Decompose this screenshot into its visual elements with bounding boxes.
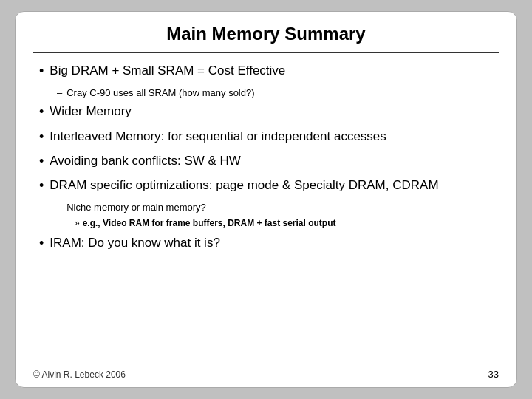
bullet-item: • Wider Memory — [39, 103, 493, 121]
footer-copyright: © Alvin R. Lebeck 2006 — [33, 369, 126, 380]
slide-title: Main Memory Summary — [33, 24, 499, 44]
bullet-dot: • — [39, 234, 44, 253]
bullet-text: Big DRAM + Small SRAM = Cost Effective — [50, 62, 285, 80]
bullet-item: • Interleaved Memory: for sequential or … — [39, 128, 493, 146]
sub-text: Cray C-90 uses all SRAM (how many sold?) — [66, 86, 254, 100]
slide-header: Main Memory Summary — [16, 12, 516, 52]
sub-item: – Cray C-90 uses all SRAM (how many sold… — [57, 86, 493, 100]
bullet-dot: • — [39, 152, 44, 171]
bullet-dot: • — [39, 177, 44, 195]
bullet-text: DRAM specific optimizations: page mode &… — [50, 177, 438, 194]
footer-page-number: 33 — [488, 369, 499, 380]
sub-dash-icon: – — [57, 201, 62, 214]
bullet-dot: • — [39, 62, 44, 81]
sub-text: Niche memory or main memory? — [66, 201, 206, 214]
bullet-text: Interleaved Memory: for sequential or in… — [50, 128, 386, 146]
bullet-text: IRAM: Do you know what it is? — [50, 234, 220, 252]
arrow-icon: » — [75, 217, 80, 230]
bullet-item: • IRAM: Do you know what it is? — [39, 234, 493, 253]
content-area: • Big DRAM + Small SRAM = Cost Effective… — [39, 62, 493, 358]
slide-footer: © Alvin R. Lebeck 2006 33 — [16, 364, 516, 387]
bullet-dot: • — [39, 128, 44, 146]
sub-item: – Niche memory or main memory? — [57, 201, 493, 214]
bullet-text: Avoiding bank conflicts: SW & HW — [50, 152, 241, 170]
bullet-text: Wider Memory — [50, 103, 132, 120]
slide-body: • Big DRAM + Small SRAM = Cost Effective… — [16, 53, 516, 364]
bullet-item: • Avoiding bank conflicts: SW & HW — [39, 152, 493, 171]
sub-sub-item: » e.g., Video RAM for frame buffers, DRA… — [75, 217, 493, 230]
sub-sub-text: e.g., Video RAM for frame buffers, DRAM … — [83, 217, 336, 230]
bullet-item: • DRAM specific optimizations: page mode… — [39, 177, 493, 195]
slide: Main Memory Summary • Big DRAM + Small S… — [15, 11, 517, 388]
sub-dash-icon: – — [57, 86, 62, 100]
bullet-dot: • — [39, 103, 44, 121]
bullet-item: • Big DRAM + Small SRAM = Cost Effective — [39, 62, 493, 81]
